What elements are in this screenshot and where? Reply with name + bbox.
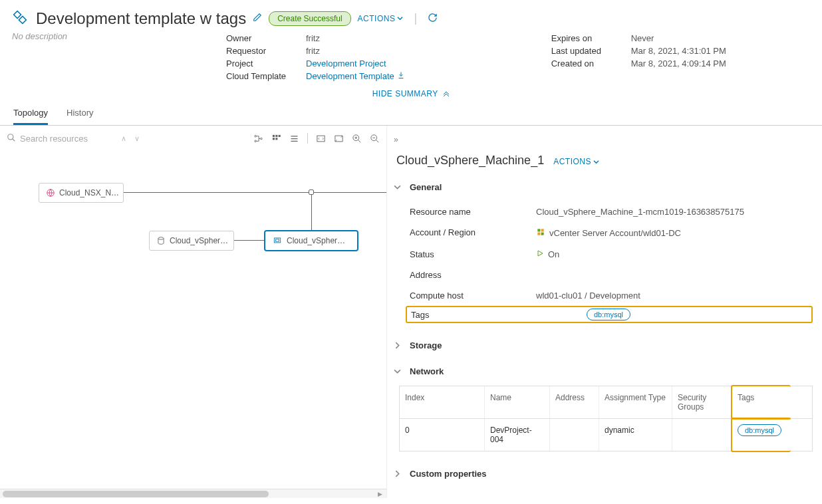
actions-label: ACTIONS [358,14,396,23]
hide-summary-label: HIDE SUMMARY [372,89,438,98]
zoom-reset-icon[interactable] [334,134,344,144]
details-panel: » Cloud_vSphere_Machine_1 ACTIONS Genera… [387,126,822,498]
section-custom-label: Custom properties [410,469,487,479]
cell-security-groups [672,419,732,451]
col-tags-highlight: Tags [731,385,791,420]
section-general-toggle[interactable]: General [394,180,813,195]
deployment-actions-dropdown[interactable]: ACTIONS [358,14,404,23]
address-label: Address [410,270,536,280]
scrollbar-thumb[interactable] [3,491,269,497]
fit-screen-icon[interactable] [316,134,326,144]
horizontal-scrollbar[interactable]: ▶ [0,489,386,498]
refresh-icon[interactable] [428,13,438,25]
cloud-template-text: Development Template [306,71,394,81]
col-address: Address [550,386,599,418]
svg-point-2 [8,134,13,139]
svg-rect-19 [541,229,544,231]
node-cloud-vsphere-machine-1[interactable]: Cloud_vSpher… [265,231,358,251]
section-storage-label: Storage [410,340,442,350]
section-storage-toggle[interactable]: Storage [394,338,813,353]
search-next-icon[interactable]: ∨ [134,134,140,143]
updated-label: Last updated [551,46,631,56]
col-security-groups: Security Groups [672,386,732,418]
tag-chip[interactable]: db:mysql [738,424,781,436]
svg-rect-8 [279,134,281,136]
scroll-right-icon[interactable]: ▶ [378,491,382,497]
network-icon [46,188,55,198]
col-name: Name [485,386,550,418]
requestor-value: fritz [306,46,320,56]
topology-canvas[interactable]: ∧ ∨ Cloud_NSX_N… Clou [0,126,387,498]
resource-actions-dropdown[interactable]: ACTIONS [553,157,599,166]
expires-value: Never [631,33,654,43]
layout-tree-icon[interactable] [253,134,263,144]
toolbar-divider [307,133,308,144]
tab-bar: Topology History [0,102,822,126]
chevron-up-double-icon [443,90,450,96]
svg-rect-21 [541,233,544,235]
zoom-in-icon[interactable] [352,134,362,144]
zoom-out-icon[interactable] [370,134,380,144]
node-label: Cloud_vSpher… [170,236,228,245]
network-table-header: Index Name Address Assignment Type Secur… [400,386,812,419]
cell-address [550,419,599,451]
status-badge: Create Successful [269,11,350,26]
updated-value: Mar 8, 2021, 4:31:01 PM [631,46,726,56]
cell-index: 0 [400,419,485,451]
section-network-toggle[interactable]: Network [394,364,813,379]
search-prev-icon[interactable]: ∧ [121,134,126,143]
cloud-template-label: Cloud Template [226,71,306,81]
vcenter-icon [536,227,545,239]
compute-host-label: Compute host [410,291,536,301]
tab-history[interactable]: History [67,102,93,125]
chevron-right-icon [394,470,403,477]
connector-line [124,192,386,193]
node-cloud-nsx[interactable]: Cloud_NSX_N… [39,183,124,203]
tag-chip[interactable]: db:mysql [587,309,630,320]
node-label: Cloud_vSpher… [287,236,345,245]
svg-rect-18 [537,229,540,231]
col-tags: Tags [738,393,785,402]
svg-rect-6 [273,134,275,136]
dot-grid [0,126,386,498]
summary-panel: Ownerfritz Requestorfritz ProjectDevelop… [0,33,822,81]
status-label: Status [410,249,536,259]
connector-line [234,240,265,241]
chevron-right-icon [394,342,403,349]
download-icon[interactable] [397,71,405,81]
power-on-icon [536,249,544,259]
svg-rect-7 [275,134,277,136]
tab-topology[interactable]: Topology [13,102,48,125]
panel-collapse-icon[interactable]: » [394,135,813,144]
page-title: Development template w tags [36,9,246,28]
svg-rect-16 [274,238,280,243]
chevron-down-icon [394,368,403,375]
col-index: Index [400,386,485,418]
expires-label: Expires on [551,33,631,43]
node-cloud-vsphere-1[interactable]: Cloud_vSpher… [149,231,234,251]
section-general-label: General [410,182,442,192]
created-label: Created on [551,59,631,68]
svg-rect-20 [537,233,540,235]
network-table: Index Name Address Assignment Type Secur… [399,386,813,451]
project-label: Project [226,59,306,68]
created-value: Mar 8, 2021, 4:09:14 PM [631,59,726,68]
layout-list-icon[interactable] [289,134,299,144]
chevron-down-icon [593,159,599,165]
account-label: Account / Region [410,227,536,239]
project-link[interactable]: Development Project [306,59,386,68]
section-custom-properties-toggle[interactable]: Custom properties [394,466,813,481]
cloud-template-link[interactable]: Development Template [306,71,405,81]
hide-summary-toggle[interactable]: HIDE SUMMARY [0,81,822,102]
cell-name: DevProject-004 [485,419,550,451]
separator: | [414,11,417,25]
search-icon [7,133,16,144]
database-icon [156,235,166,246]
connector-line [311,192,312,233]
search-resources-input[interactable] [20,134,113,144]
edit-icon[interactable] [253,13,262,24]
resource-name-value: Cloud_vSphere_Machine_1-mcm1019-16363857… [536,207,744,217]
deployment-icon [11,8,29,29]
table-row: 0 DevProject-004 dynamic db:mysql [400,419,812,451]
layout-grid-icon[interactable] [271,134,281,144]
